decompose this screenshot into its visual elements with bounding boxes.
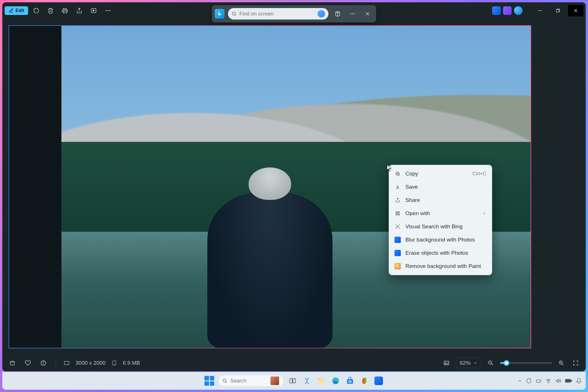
zoom-slider[interactable] [500,362,552,364]
ctx-save[interactable]: Save [389,180,492,194]
svg-point-44 [223,379,226,382]
explorer-button[interactable] [316,375,327,387]
image-dimensions: 3000 x 2000 [76,360,106,366]
copilot-tray-icon[interactable] [526,378,532,384]
chevron-up-icon[interactable] [518,379,522,383]
svg-point-7 [232,12,235,15]
ctx-blur-bg-label: Blur background with Photos [405,237,475,243]
favorite-button[interactable] [23,358,33,368]
svg-point-6 [109,10,111,11]
photos-app-icon[interactable] [492,6,501,15]
zoom-in-button[interactable] [556,358,566,368]
more-button[interactable] [102,4,114,17]
svg-rect-58 [566,380,570,382]
store-button[interactable] [344,375,356,387]
fit-icon [443,360,450,366]
onedrive-icon[interactable] [514,6,523,15]
ctx-remove-bg[interactable]: Remove background with Paint [389,260,492,273]
open-with-icon [394,210,401,217]
share-icon [394,197,401,203]
ctx-erase-obj-label: Erase objects with Photos [405,250,468,256]
copilot-taskbar-button[interactable] [301,375,313,387]
ctx-erase-obj[interactable]: Erase objects with Photos [389,246,492,260]
fullscreen-icon [572,360,579,366]
battery-icon[interactable] [565,379,572,383]
canvas-area [2,19,586,355]
info-icon [40,360,47,366]
svg-rect-53 [350,382,351,383]
ctx-copy[interactable]: Copy Ctrl+C [389,167,492,180]
slideshow-icon [90,7,97,14]
rotate-button[interactable] [30,4,42,17]
zoom-dropdown[interactable]: 62% [456,358,481,368]
zoom-slider-thumb[interactable] [504,360,509,366]
svg-point-4 [106,10,107,11]
copilot-button[interactable] [332,8,343,20]
maximize-button[interactable] [550,5,566,16]
edge-button[interactable] [330,375,341,387]
edit-label: Edit [16,8,24,13]
close-window-button[interactable] [568,5,583,16]
find-on-screen-field[interactable] [228,8,328,20]
print-button[interactable] [59,4,71,17]
photos-app-window: Edit [2,2,586,371]
m365-button[interactable] [359,375,370,387]
print-icon [62,7,68,14]
ctx-remove-bg-label: Remove background with Paint [405,263,481,269]
svg-rect-36 [396,172,399,175]
filmstrip-toggle[interactable] [7,358,17,368]
zoom-out-button[interactable] [486,358,496,368]
chevron-right-icon [482,211,486,215]
search-more-button[interactable] [347,8,358,20]
start-button[interactable] [204,375,215,387]
svg-point-56 [548,383,549,383]
taskbar-search[interactable] [218,375,284,387]
svg-point-43 [397,226,399,227]
share-button[interactable] [73,4,86,17]
svg-line-32 [562,364,564,365]
input-tray-icon[interactable] [536,378,541,384]
ctx-open-with-label: Open with [405,210,430,217]
svg-line-45 [226,382,227,383]
taskbar [2,372,586,390]
chevron-down-icon [473,361,477,365]
fit-to-window-button[interactable] [442,358,451,368]
wifi-icon[interactable] [546,378,551,384]
svg-rect-51 [350,381,351,382]
slideshow-button[interactable] [87,4,100,17]
photos-color-icon [394,250,401,256]
minimize-button[interactable] [532,5,548,16]
volume-icon[interactable] [555,378,561,384]
taskbar-search-input[interactable] [230,378,268,384]
notification-icon[interactable] [576,378,582,384]
ctx-visual-search-label: Visual Search with Bing [405,223,463,230]
svg-rect-15 [556,9,559,12]
task-view-button[interactable] [287,375,298,387]
svg-line-8 [235,15,236,16]
svg-rect-54 [537,380,541,382]
find-on-screen-input[interactable] [239,11,315,17]
download-icon [394,184,401,190]
svg-point-9 [350,13,351,14]
ctx-visual-search[interactable]: Visual Search with Bing [389,220,492,233]
ctx-blur-bg[interactable]: Blur background with Photos [389,233,492,246]
ctx-share[interactable]: Share [389,194,492,207]
search-highlight-icon [270,376,279,385]
info-button[interactable] [38,358,48,368]
filmstrip-icon [9,360,15,366]
ctx-save-label: Save [405,184,418,190]
ctx-open-with[interactable]: Open with [389,207,492,220]
delete-button[interactable] [44,4,57,17]
svg-rect-46 [290,379,292,383]
clipchamp-app-icon[interactable] [503,6,512,15]
close-search-button[interactable] [362,8,373,20]
bing-icon[interactable] [215,9,225,19]
filesize-icon [111,360,117,366]
title-bar-right [492,5,583,16]
photos-taskbar-button[interactable] [373,375,384,387]
edit-button[interactable]: Edit [5,6,28,15]
fullscreen-button[interactable] [571,358,581,368]
mic-icon[interactable] [318,10,325,18]
dimensions-icon [63,360,70,366]
photos-icon [374,376,383,385]
